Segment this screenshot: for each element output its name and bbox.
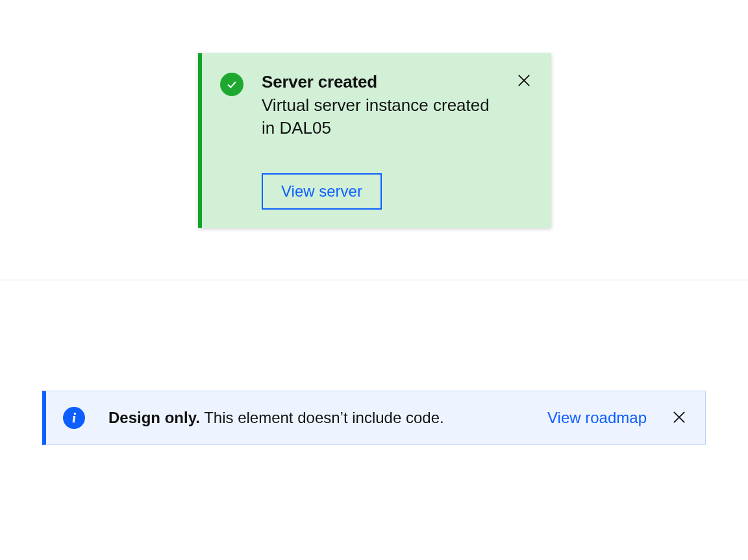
inline-message: Design only. This element doesn’t includ… [108, 408, 521, 428]
view-server-button[interactable]: View server [262, 173, 382, 210]
view-roadmap-link[interactable]: View roadmap [547, 409, 647, 427]
checkmark-icon [220, 73, 243, 96]
success-icon-container [220, 73, 243, 96]
info-inline-notification: i Design only. This element doesn’t incl… [42, 391, 706, 445]
success-toast: Server created Virtual server instance c… [198, 53, 551, 228]
info-icon-container: i [63, 407, 85, 429]
inline-close-button[interactable] [670, 408, 688, 428]
toast-close-button[interactable] [515, 71, 533, 91]
close-icon [670, 408, 688, 426]
inline-body-text: This element doesn’t include code. [200, 409, 444, 426]
inline-title: Design only. [108, 409, 200, 426]
toast-title: Server created [262, 71, 502, 93]
close-icon [515, 71, 533, 90]
section-divider [0, 280, 748, 280]
info-icon: i [63, 407, 85, 429]
toast-description: Virtual server instance created in DAL05 [262, 94, 502, 140]
toast-body: Server created Virtual server instance c… [262, 71, 502, 210]
